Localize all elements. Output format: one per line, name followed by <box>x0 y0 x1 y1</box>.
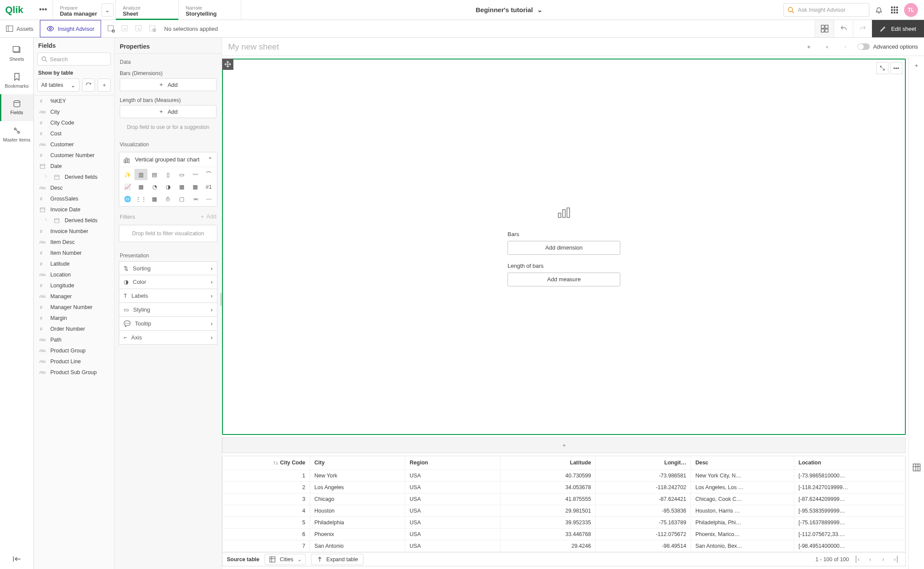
fullscreen-icon[interactable] <box>876 62 888 74</box>
presentation-labels[interactable]: TLabels› <box>119 289 217 303</box>
field-city[interactable]: AbcCity <box>34 106 114 117</box>
viz-option-4[interactable]: ▭ <box>175 169 188 180</box>
card-more-icon[interactable]: ••• <box>890 62 902 74</box>
viz-option-2[interactable]: ▤ <box>148 169 161 180</box>
viz-option-11[interactable]: ▦ <box>175 181 188 192</box>
viz-option-9[interactable]: ◔ <box>148 181 161 192</box>
table-row[interactable]: 2Los AngelesUSA34.053678-118.242702Los A… <box>223 482 905 493</box>
field-order-number[interactable]: #Order Number <box>34 323 114 334</box>
presentation-styling[interactable]: ▭Styling› <box>119 303 217 317</box>
add-measure-card-button[interactable]: Add measure <box>508 273 620 286</box>
avatar[interactable]: TL <box>904 3 918 17</box>
field-manager-number[interactable]: #Manager Number <box>34 302 114 312</box>
refresh-button[interactable] <box>82 79 95 92</box>
nav-tab-sheet[interactable]: AnalyzeSheet <box>115 0 178 20</box>
viz-option-20[interactable]: ⋯ <box>203 193 215 204</box>
insight-search[interactable]: Ask Insight Advisor <box>783 3 869 17</box>
viz-dropdown[interactable]: Vertical grouped bar chart ⌃ <box>119 152 217 167</box>
field-customer[interactable]: AbcCustomer <box>34 139 114 150</box>
field-customer-number[interactable]: #Customer Number <box>34 150 114 161</box>
field-product-sub-group[interactable]: AbcProduct Sub Group <box>34 367 114 378</box>
side-add-icon[interactable]: ＋ <box>911 59 923 72</box>
collapse-rail-icon[interactable] <box>13 556 21 564</box>
viz-option-12[interactable]: ▦ <box>189 181 201 192</box>
field-latitude[interactable]: #Latitude <box>34 258 114 269</box>
app-title-dropdown[interactable]: Beginner's tutorial ⌄ <box>241 0 777 20</box>
viz-option-8[interactable]: ▦ <box>134 181 147 192</box>
field-grosssales[interactable]: #GrossSales <box>34 193 114 204</box>
table-row[interactable]: 7San AntonioUSA29.4246-98.49514San Anton… <box>223 540 905 552</box>
field-invoice-date[interactable]: Invoice Date <box>34 204 114 215</box>
presentation-sorting[interactable]: ⇅Sorting› <box>119 261 217 275</box>
field-margin[interactable]: #Margin <box>34 312 114 323</box>
side-table-icon[interactable] <box>911 461 923 474</box>
rail-sheets[interactable]: Sheets <box>0 40 33 67</box>
presentation-axis[interactable]: ⌐Axis› <box>119 331 217 345</box>
add-below-button[interactable]: ＋ <box>222 437 906 453</box>
col-region[interactable]: Region <box>405 456 501 470</box>
nav-tab-data-manager[interactable]: PrepareData manager⌄ <box>52 0 115 20</box>
viz-option-5[interactable]: 〰 <box>189 169 201 180</box>
table-row[interactable]: 4HoustonUSA29.981501-95.53836Houston, Ha… <box>223 505 905 517</box>
expand-table-button[interactable]: Expand table <box>311 554 364 565</box>
undo-icon[interactable] <box>834 20 853 37</box>
field-invoice-number[interactable]: #Invoice Number <box>34 226 114 237</box>
rail-fields[interactable]: Fields <box>0 94 33 121</box>
sheet-grid-icon[interactable] <box>815 20 834 37</box>
field-derived-fields[interactable]: Derived fields <box>34 215 114 226</box>
field--key[interactable]: #%KEY <box>34 95 114 106</box>
field-cost[interactable]: #Cost <box>34 128 114 139</box>
chevron-down-icon[interactable]: ⌄ <box>102 3 114 16</box>
col-city[interactable]: City <box>310 456 405 470</box>
pager-first-icon[interactable]: ⎮‹ <box>852 556 862 562</box>
viz-option-3[interactable]: ▯ <box>162 169 174 180</box>
viz-option-10[interactable]: ◑ <box>162 181 174 192</box>
pager-prev-icon[interactable]: ‹ <box>865 556 875 562</box>
bell-icon[interactable] <box>873 4 885 16</box>
add-dimension-card-button[interactable]: Add dimension <box>508 241 620 255</box>
sheet-title[interactable]: My new sheet <box>228 42 797 52</box>
chart-card[interactable]: ••• Bars Add dimension Length of bars Ad… <box>222 59 906 435</box>
more-icon[interactable]: ••• <box>39 5 47 14</box>
field-manager[interactable]: AbcManager <box>34 291 114 302</box>
field-derived-fields[interactable]: Derived fields <box>34 171 114 182</box>
viz-option-1[interactable]: ▥ <box>134 169 147 180</box>
col-location[interactable]: Location <box>794 456 905 470</box>
field-path[interactable]: AbcPath <box>34 334 114 345</box>
field-city-code[interactable]: #City Code <box>34 117 114 128</box>
table-row[interactable]: 5PhiladelphiaUSA39.952335-75.163789Phila… <box>223 517 905 529</box>
selection-tool-icon[interactable] <box>107 25 115 33</box>
fields-search[interactable]: Search <box>37 53 111 66</box>
source-table-select[interactable]: Cities <box>265 554 306 565</box>
field-product-line[interactable]: AbcProduct Line <box>34 356 114 367</box>
table-row[interactable]: 6PhoenixUSA33.446768-112.075672Phoenix, … <box>223 529 905 540</box>
viz-option-7[interactable]: 📈 <box>121 181 134 192</box>
field-item-desc[interactable]: AbcItem Desc <box>34 237 114 247</box>
col-city-code[interactable]: ↑↓City Code <box>223 456 310 470</box>
table-row[interactable]: 1New YorkUSA40.730599-73.986581New York … <box>223 470 905 482</box>
assets-button[interactable]: Assets <box>0 20 40 37</box>
field-desc[interactable]: AbcDesc <box>34 182 114 193</box>
presentation-color[interactable]: ◑Color› <box>119 275 217 289</box>
apps-grid-icon[interactable] <box>888 4 901 16</box>
pager-last-icon[interactable]: ›⎮ <box>891 556 901 562</box>
pager-next-icon[interactable]: › <box>878 556 888 562</box>
field-longitude[interactable]: #Longitude <box>34 280 114 291</box>
presentation-tooltip[interactable]: 💬Tooltip› <box>119 317 217 331</box>
rail-bookmarks[interactable]: Bookmarks <box>0 67 33 94</box>
viz-option-14[interactable]: 🌐 <box>121 193 134 204</box>
advanced-toggle[interactable] <box>858 43 870 50</box>
table-row[interactable]: 3ChicagoUSA41.875555-87.624421Chicago, C… <box>223 493 905 505</box>
nav-tab-storytelling[interactable]: NarrateStorytelling <box>178 0 241 20</box>
col-longit-[interactable]: Longit… <box>596 456 691 470</box>
field-item-number[interactable]: #Item Number <box>34 247 114 258</box>
add-field-button[interactable]: ＋ <box>98 79 111 92</box>
viz-option-19[interactable]: ⫘ <box>189 193 201 204</box>
move-handle-icon[interactable] <box>222 59 233 70</box>
field-location[interactable]: AbcLocation <box>34 269 114 280</box>
viz-option-6[interactable]: ⁀ <box>203 169 215 180</box>
viz-option-17[interactable]: ⫛ <box>162 193 174 204</box>
filter-drop-zone[interactable]: Drop field to filter visualization <box>119 225 217 242</box>
table-select[interactable]: All tables⌄ <box>37 79 79 92</box>
edit-sheet-button[interactable]: Edit sheet <box>872 20 924 37</box>
